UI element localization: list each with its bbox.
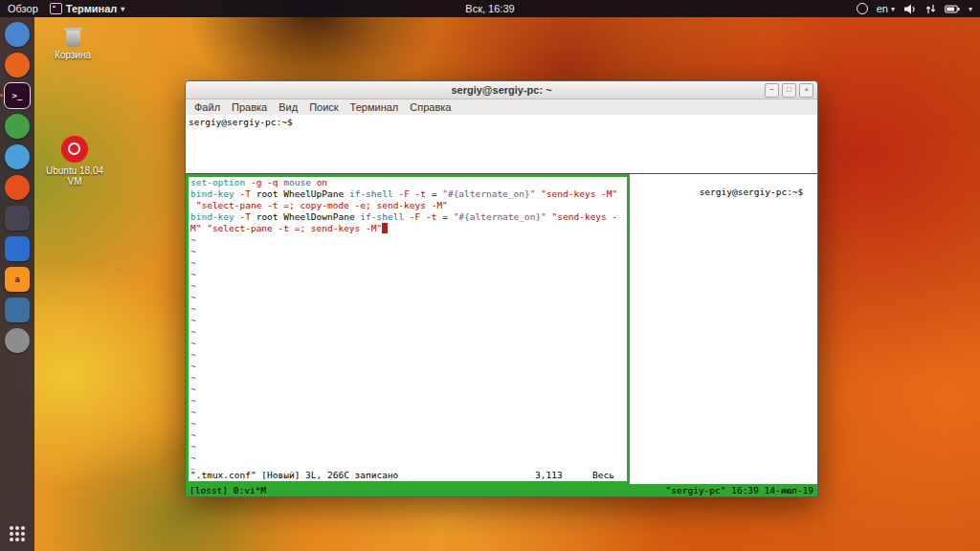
terminal-glyph: >_: [12, 91, 23, 100]
vim-token: if-shell: [360, 211, 404, 222]
terminal-icon[interactable]: >_: [5, 83, 30, 108]
gimp-icon[interactable]: [5, 328, 30, 353]
vim-token: root WheelDownPane: [251, 211, 360, 222]
show-applications-button[interactable]: [10, 526, 25, 541]
vim-cursor-position: 3,113: [535, 470, 592, 481]
tmux-bar-spacer: [266, 484, 665, 496]
menu-bar: ФайлПравкаВидПоискТерминалСправка: [186, 99, 817, 116]
vim-empty-line: ~: [190, 326, 627, 338]
menu-item-2[interactable]: Вид: [273, 99, 303, 115]
vim-empty-line: ~: [190, 292, 627, 303]
tmux-panes: set-option -g -q mouse onbind-key -T roo…: [186, 174, 817, 484]
vim-empty-line: ~: [190, 384, 627, 395]
keyboard-layout-indicator[interactable]: en ▾: [877, 3, 895, 14]
vim-empty-line: ~: [190, 303, 627, 315]
vim-token: -T: [240, 211, 251, 222]
window-controls: − □ ×: [765, 83, 813, 98]
vim-empty-line: ~: [190, 430, 627, 441]
system-indicators[interactable]: en ▾ ▾: [857, 3, 980, 14]
a11y-icon[interactable]: [857, 3, 868, 14]
vim-token: "send-keys -M": [541, 188, 617, 199]
menu-item-4[interactable]: Терминал: [345, 99, 405, 115]
amazon-icon[interactable]: a: [5, 267, 30, 292]
vim-empty-line: ~: [190, 349, 627, 361]
firefox-icon[interactable]: [5, 53, 30, 77]
window-title: sergiy@sergiy-pc: ~: [186, 81, 817, 99]
vim-token: =: [436, 211, 453, 222]
vim-empty-line: ~: [190, 338, 627, 349]
terminal-window: sergiy@sergiy-pc: ~ − □ × ФайлПравкаВидП…: [185, 80, 818, 497]
amazon-glyph: a: [14, 275, 19, 284]
vim-token: on: [317, 177, 327, 187]
vm-label: Ubuntu 18.04 VM: [42, 165, 107, 187]
vim-empty-line: ~: [190, 407, 627, 418]
shell-pane[interactable]: sergiy@sergiy-pc:~$: [630, 174, 817, 484]
minimize-button[interactable]: −: [765, 83, 779, 98]
chevron-down-icon[interactable]: ▾: [969, 5, 972, 13]
chromium-icon[interactable]: [5, 144, 30, 169]
tmux-status-bar: [losst] 0:vi*M "sergiy-pc" 16:39 14-июл-…: [186, 484, 817, 496]
tmux-session-info: [losst] 0:vi*M: [189, 484, 266, 496]
vim-token: -F -t: [410, 211, 437, 222]
vim-token: bind-key: [190, 211, 234, 222]
vim-token: root WheelUpPane: [251, 188, 349, 199]
apps-grid-icon: [10, 526, 13, 530]
keyboard-layout-label: en: [877, 3, 888, 14]
vim-token: mouse: [283, 177, 311, 187]
vim-token: "#{alternate_on}": [442, 188, 535, 199]
menu-item-1[interactable]: Правка: [226, 99, 273, 115]
volume-icon[interactable]: [903, 4, 917, 14]
ubuntu-logo-icon: [61, 136, 88, 163]
system-monitor-icon[interactable]: [5, 114, 30, 139]
app-menu-label: Терминал: [66, 3, 118, 14]
vm-desktop-icon[interactable]: Ubuntu 18.04 VM: [42, 136, 107, 187]
desktop-background: Обзор Терминал ▾ Вск, 16:39 en ▾: [0, 0, 980, 551]
trash-desktop-icon[interactable]: Корзина: [46, 31, 100, 60]
shell-pane-prompt: sergiy@sergiy-pc:~$: [700, 187, 804, 197]
dock: >_a: [0, 17, 34, 551]
trash-icon: [66, 31, 80, 47]
vim-line: bind-key -T root WheelUpPane if-shell -F…: [190, 188, 627, 200]
ubuntu-software-icon[interactable]: [5, 206, 30, 231]
close-button[interactable]: ×: [799, 83, 813, 98]
trash-label: Корзина: [55, 50, 91, 60]
clock[interactable]: Вск, 16:39: [0, 3, 980, 14]
menu-item-0[interactable]: Файл: [189, 99, 226, 115]
tmux-session: set-option -g -q mouse onbind-key -T roo…: [186, 173, 817, 496]
vim-empty-line: ~: [190, 280, 627, 292]
vim-line: set-option -g -q mouse on: [190, 177, 627, 188]
vim-buffer: set-option -g -q mouse onbind-key -T roo…: [190, 177, 627, 470]
vim-empty-line: ~: [190, 269, 627, 280]
virtualbox-icon[interactable]: [5, 298, 30, 322]
tmux-host-time: "sergiy-pc" 16:39 14-июл-19: [666, 484, 813, 496]
vim-empty-line: ~: [190, 395, 627, 407]
app-menu-button[interactable]: Терминал ▾: [50, 3, 125, 14]
vim-line: M" "select-pane -t =; send-keys -M": [190, 223, 627, 234]
top-bar: Обзор Терминал ▾ Вск, 16:39 en ▾: [0, 0, 980, 17]
vim-line: "select-pane -t =; copy-mode -e; send-ke…: [190, 200, 627, 211]
window-titlebar[interactable]: sergiy@sergiy-pc: ~ − □ ×: [186, 81, 817, 99]
vim-token: "send-keys -: [552, 211, 618, 222]
libreoffice-writer-icon[interactable]: [5, 236, 30, 261]
network-icon[interactable]: [925, 4, 936, 14]
maximize-button[interactable]: □: [782, 83, 796, 98]
battery-icon[interactable]: [945, 5, 960, 13]
vim-empty-line: ~: [190, 372, 627, 384]
vim-scroll-indicator: Весь: [592, 470, 625, 481]
activities-button[interactable]: Обзор: [8, 3, 38, 14]
vim-token: M" "select-pane -t =; send-keys -M": [190, 223, 382, 233]
files-icon[interactable]: [5, 22, 30, 47]
rhythmbox-icon[interactable]: [5, 175, 30, 200]
terminal-content[interactable]: sergiy@sergiy-pc:~$ set-option -g -q mou…: [186, 115, 817, 496]
vim-token: -g -q: [251, 177, 278, 187]
vim-token: -F -t: [398, 188, 426, 199]
vim-pane[interactable]: set-option -g -q mouse onbind-key -T roo…: [186, 174, 630, 484]
vim-token: "select-pane -t =; copy-mode -e; send-ke…: [196, 200, 448, 210]
menu-item-5[interactable]: Справка: [404, 99, 457, 115]
vim-empty-line: ~: [190, 418, 627, 430]
menu-item-3[interactable]: Поиск: [303, 99, 344, 115]
vim-token: bind-key: [190, 188, 234, 199]
vim-empty-line: ~: [190, 234, 627, 246]
dock-items: >_a: [5, 22, 30, 353]
vim-token: =: [426, 188, 442, 199]
